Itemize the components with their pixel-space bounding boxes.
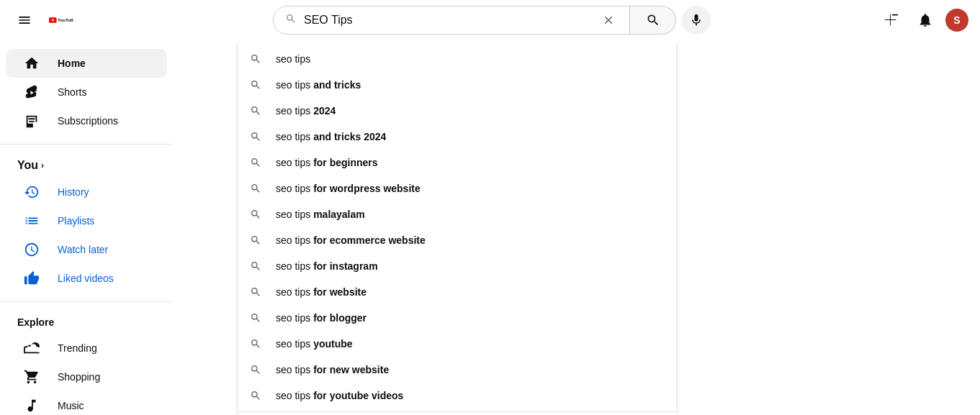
sidebar: Home Shorts Subscriptions You › History … xyxy=(0,40,173,415)
dropdown-item[interactable]: seo tips for beginners xyxy=(238,150,676,175)
dropdown-item-text: seo tips for new website xyxy=(276,364,389,375)
hamburger-button[interactable] xyxy=(12,7,37,33)
you-section-title: You xyxy=(17,159,38,172)
sidebar-item-home-label: Home xyxy=(58,58,86,69)
sidebar-item-shopping-label: Shopping xyxy=(58,371,100,383)
sidebar-item-shopping[interactable]: Shopping xyxy=(6,362,167,391)
header-right: S xyxy=(876,6,968,35)
liked-videos-icon xyxy=(23,270,40,286)
sidebar-item-watch-later[interactable]: Watch later xyxy=(6,235,167,264)
bell-icon xyxy=(917,12,933,28)
subscriptions-icon xyxy=(23,113,40,129)
mic-button[interactable] xyxy=(682,6,711,35)
sidebar-item-home[interactable]: Home xyxy=(6,49,167,78)
dropdown-search-icon xyxy=(250,364,264,375)
sidebar-item-subscriptions[interactable]: Subscriptions xyxy=(6,106,167,135)
dropdown-item[interactable]: seo tips for website xyxy=(238,279,676,305)
dropdown-item-text: seo tips and tricks 2024 xyxy=(276,131,386,142)
svg-text:IN: IN xyxy=(72,17,73,20)
sidebar-item-trending-label: Trending xyxy=(58,342,97,354)
dropdown-search-icon xyxy=(250,390,264,401)
dropdown-search-icon xyxy=(250,286,264,298)
youtube-logo[interactable]: YouTube IN xyxy=(49,12,73,29)
dropdown-item[interactable]: seo tips malayalam xyxy=(238,201,676,227)
home-icon xyxy=(23,55,40,71)
dropdown-item-text: seo tips malayalam xyxy=(276,209,365,220)
dropdown-item[interactable]: seo tips and tricks 2024 xyxy=(238,124,676,150)
dropdown-item-text: seo tips for instagram xyxy=(276,260,378,272)
svg-text:YouTube: YouTube xyxy=(58,17,73,22)
dropdown-item[interactable]: seo tips youtube xyxy=(238,331,676,357)
shopping-icon xyxy=(23,369,40,385)
sidebar-item-playlists-label: Playlists xyxy=(58,215,94,227)
mic-icon xyxy=(689,13,703,27)
youtube-icon: YouTube IN xyxy=(49,12,73,29)
dropdown-item-text: seo tips for website xyxy=(276,286,367,298)
svg-rect-4 xyxy=(892,14,898,15)
dropdown-item[interactable]: seo tips and tricks xyxy=(238,72,676,98)
dropdown-item-text: seo tips 2024 xyxy=(276,105,336,117)
dropdown-item-text: seo tips for ecommerce website xyxy=(276,234,426,246)
sidebar-item-liked-videos-label: Liked videos xyxy=(58,273,114,284)
dropdown-item[interactable]: seo tips for instagram xyxy=(238,253,676,279)
search-input-wrapper: SEO Tips xyxy=(273,6,630,35)
watch-later-icon xyxy=(23,242,40,257)
dropdown-item-text: seo tips for blogger xyxy=(276,312,367,324)
sidebar-item-subscriptions-label: Subscriptions xyxy=(58,115,118,127)
dropdown-search-icon xyxy=(250,260,264,272)
trending-icon xyxy=(23,340,40,356)
sidebar-item-music[interactable]: Music xyxy=(6,391,167,415)
dropdown-item[interactable]: seo tips for new website xyxy=(238,357,676,383)
notifications-wrapper xyxy=(911,6,940,35)
sidebar-item-shorts-label: Shorts xyxy=(58,86,86,98)
dropdown-item[interactable]: seo tips for ecommerce website xyxy=(238,227,676,253)
dropdown-item[interactable]: seo tips for youtube videos xyxy=(238,383,676,409)
explore-section-header: Explore xyxy=(0,311,173,334)
dropdown-item-text: seo tips for youtube videos xyxy=(276,390,403,401)
sidebar-item-history-label: History xyxy=(58,186,89,198)
search-icon-left xyxy=(285,13,297,27)
search-form: SEO Tips xyxy=(273,6,676,35)
create-icon xyxy=(883,12,899,28)
notifications-button[interactable] xyxy=(911,6,940,35)
search-input[interactable]: SEO Tips xyxy=(304,14,599,27)
dropdown-item[interactable]: seo tips for blogger xyxy=(238,305,676,331)
dropdown-item-text: seo tips for wordpress website xyxy=(276,183,421,194)
clear-button[interactable] xyxy=(599,11,618,29)
dropdown-search-icon xyxy=(250,338,264,350)
dropdown-footer: Report search predictions xyxy=(238,411,676,415)
history-icon xyxy=(23,184,40,200)
playlists-icon xyxy=(23,213,40,229)
header-left: YouTube IN xyxy=(12,7,184,33)
sidebar-item-watch-later-label: Watch later xyxy=(58,244,108,255)
header-center: SEO Tips xyxy=(261,6,722,35)
sidebar-item-playlists[interactable]: Playlists xyxy=(6,206,167,235)
sidebar-item-history[interactable]: History xyxy=(6,178,167,206)
dropdown-search-icon xyxy=(250,157,264,168)
dropdown-search-icon xyxy=(250,53,264,65)
sidebar-item-liked-videos[interactable]: Liked videos xyxy=(6,264,167,293)
sidebar-divider-1 xyxy=(0,144,173,145)
header: YouTube IN SEO Tips xyxy=(0,0,980,40)
dropdown-item-text: seo tips for beginners xyxy=(276,157,378,168)
sidebar-item-trending[interactable]: Trending xyxy=(6,334,167,362)
sidebar-divider-2 xyxy=(0,301,173,302)
dropdown-item[interactable]: seo tips xyxy=(238,46,676,72)
dropdown-search-icon xyxy=(250,79,264,91)
user-avatar[interactable]: S xyxy=(945,9,968,32)
shorts-icon xyxy=(23,84,40,100)
music-icon xyxy=(23,398,40,414)
create-button[interactable] xyxy=(876,6,905,35)
search-submit-icon xyxy=(646,13,660,27)
you-section-header[interactable]: You › xyxy=(0,153,173,178)
dropdown-item[interactable]: seo tips for wordpress website xyxy=(238,175,676,201)
dropdown-item-text: seo tips and tricks xyxy=(276,79,361,91)
dropdown-item-text: seo tips youtube xyxy=(276,338,353,350)
dropdown-search-icon xyxy=(250,312,264,324)
search-submit-button[interactable] xyxy=(630,6,676,35)
sidebar-item-shorts[interactable]: Shorts xyxy=(6,78,167,106)
dropdown-search-icon xyxy=(250,105,264,117)
sidebar-item-music-label: Music xyxy=(58,400,84,411)
dropdown-item[interactable]: seo tips 2024 xyxy=(238,98,676,124)
search-dropdown: seo tipsseo tips and tricksseo tips 2024… xyxy=(238,40,676,415)
